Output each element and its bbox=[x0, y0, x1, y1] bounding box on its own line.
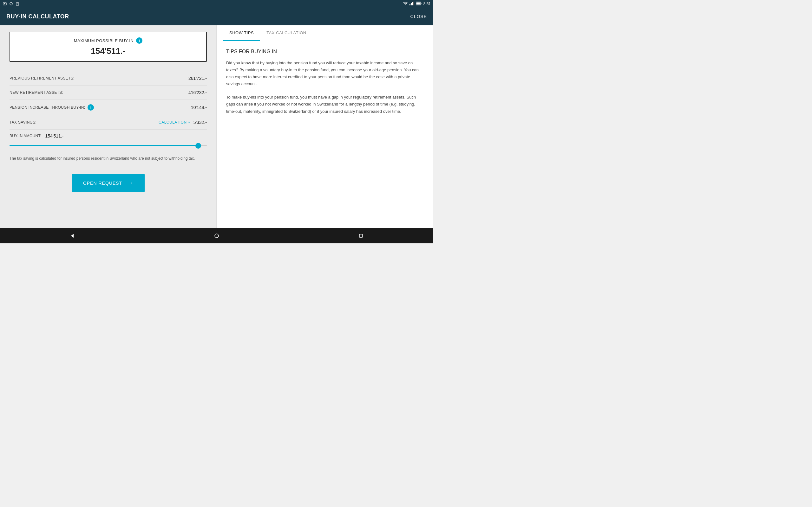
svg-rect-9 bbox=[413, 2, 414, 5]
tips-content: TIPS FOR BUYING IN Did you know that by … bbox=[217, 41, 433, 129]
close-button[interactable]: CLOSE bbox=[410, 14, 427, 19]
pension-increase-row: PENSION INCREASE THROUGH BUY-IN: i 10'14… bbox=[9, 100, 207, 115]
app-bar: BUY-IN CALCULATOR CLOSE bbox=[0, 8, 433, 25]
tab-show-tips[interactable]: SHOW TIPS bbox=[223, 25, 260, 41]
svg-marker-13 bbox=[71, 234, 73, 238]
svg-rect-11 bbox=[420, 3, 421, 4]
bottom-nav-bar bbox=[0, 228, 433, 243]
svg-rect-8 bbox=[412, 2, 413, 5]
svg-rect-6 bbox=[409, 4, 410, 5]
tax-savings-value: 5'332.- bbox=[194, 120, 207, 125]
svg-rect-4 bbox=[17, 3, 17, 3]
svg-rect-15 bbox=[359, 234, 362, 237]
calculation-link[interactable]: CALCULATION » bbox=[159, 120, 190, 124]
svg-point-14 bbox=[215, 234, 218, 238]
previous-retirement-row: PREVIOUS RETIREMENT ASSETS: 261'721.- bbox=[9, 71, 207, 86]
home-button[interactable] bbox=[212, 231, 221, 240]
svg-rect-7 bbox=[411, 3, 412, 5]
time-display: 8:51 bbox=[423, 2, 431, 6]
max-buyin-box: MAXIMUM POSSIBLE BUY-IN i 154'511.- bbox=[9, 32, 207, 62]
right-panel: SHOW TIPS TAX CALCULATION TIPS FOR BUYIN… bbox=[217, 25, 433, 228]
battery-icon bbox=[416, 2, 421, 6]
status-bar: 8:51 bbox=[0, 0, 433, 8]
back-button[interactable] bbox=[67, 231, 77, 240]
new-retirement-value: 416'232.- bbox=[189, 90, 207, 95]
status-bar-right: 8:51 bbox=[403, 2, 431, 6]
max-buyin-label: MAXIMUM POSSIBLE BUY-IN i bbox=[16, 38, 200, 44]
btn-container: OPEN REQUEST → bbox=[9, 168, 207, 199]
pension-increase-label: PENSION INCREASE THROUGH BUY-IN: bbox=[9, 105, 85, 110]
wifi-icon bbox=[403, 2, 408, 6]
tax-savings-row: TAX SAVINGS: CALCULATION » 5'332.- bbox=[9, 115, 207, 130]
recents-button[interactable] bbox=[356, 231, 366, 240]
arrow-right-icon: → bbox=[127, 180, 133, 186]
sd-icon bbox=[15, 2, 20, 6]
previous-retirement-label: PREVIOUS RETIREMENT ASSETS: bbox=[9, 76, 74, 80]
tips-title: TIPS FOR BUYING IN bbox=[226, 49, 424, 55]
new-retirement-row: NEW RETIREMENT ASSETS: 416'232.- bbox=[9, 86, 207, 100]
buyin-slider[interactable] bbox=[9, 145, 207, 146]
tabs-bar: SHOW TIPS TAX CALCULATION bbox=[217, 25, 433, 41]
pension-increase-value: 10'148.- bbox=[191, 105, 207, 110]
svg-rect-12 bbox=[416, 3, 420, 5]
buyin-amount-row: BUY-IN AMOUNT: 154'511.- bbox=[9, 130, 207, 140]
app-title: BUY-IN CALCULATOR bbox=[6, 13, 69, 20]
previous-retirement-value: 261'721.- bbox=[189, 76, 207, 81]
android-icon bbox=[3, 2, 7, 6]
tips-paragraph-2: To make buy-ins into your pension fund, … bbox=[226, 94, 424, 115]
buyin-amount-value: 154'511.- bbox=[45, 133, 63, 138]
svg-point-1 bbox=[4, 3, 5, 4]
new-retirement-label: NEW RETIREMENT ASSETS: bbox=[9, 90, 63, 95]
left-panel: MAXIMUM POSSIBLE BUY-IN i 154'511.- PREV… bbox=[0, 25, 217, 228]
svg-rect-3 bbox=[16, 3, 19, 5]
svg-rect-5 bbox=[18, 3, 18, 3]
status-bar-left bbox=[3, 2, 20, 6]
signal-icon bbox=[409, 2, 414, 6]
tab-tax-calculation[interactable]: TAX CALCULATION bbox=[260, 25, 312, 41]
buyin-amount-label: BUY-IN AMOUNT: bbox=[9, 134, 41, 138]
open-request-button[interactable]: OPEN REQUEST → bbox=[72, 174, 145, 192]
circle-icon bbox=[9, 2, 13, 6]
tips-paragraph-1: Did you know that by buying into the pen… bbox=[226, 60, 424, 88]
max-buyin-value: 154'511.- bbox=[16, 46, 200, 56]
max-buyin-info-icon[interactable]: i bbox=[136, 38, 142, 44]
tax-savings-label: TAX SAVINGS: bbox=[9, 120, 37, 124]
svg-point-2 bbox=[10, 3, 12, 5]
slider-container bbox=[9, 140, 207, 153]
pension-info-icon[interactable]: i bbox=[88, 104, 94, 111]
main-content: MAXIMUM POSSIBLE BUY-IN i 154'511.- PREV… bbox=[0, 25, 433, 228]
tax-note: The tax saving is calculated for insured… bbox=[9, 153, 207, 168]
